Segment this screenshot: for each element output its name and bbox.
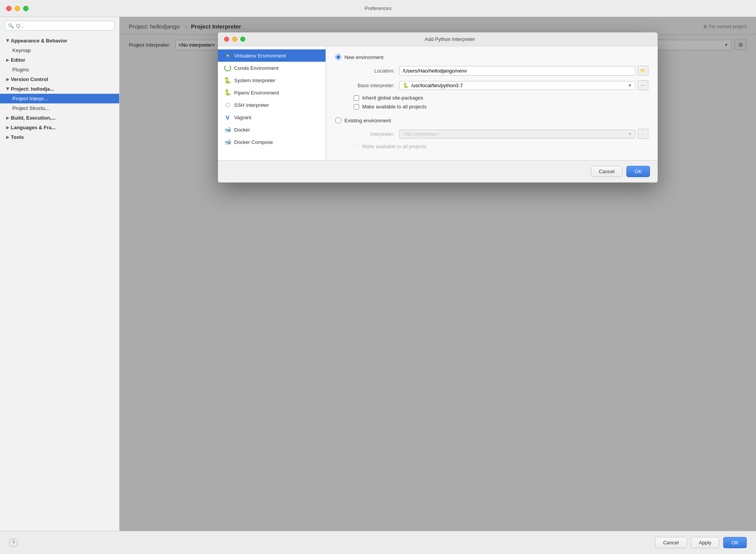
existing-interpreter-wrap: <No interpreter> ▼ <box>399 130 635 138</box>
existing-environment-row: Existing environment <box>335 117 648 123</box>
inherit-packages-checkbox[interactable] <box>354 95 359 101</box>
base-interpreter-row: Base interpreter: 🐍 /usr/local/bin/pytho… <box>344 80 648 90</box>
sidebar-item-label: Tools <box>11 134 24 140</box>
search-input[interactable] <box>16 23 111 29</box>
base-interpreter-input-wrap: 🐍 /usr/local/bin/python3.7 ▼ ··· <box>399 80 648 90</box>
existing-environment-section: Existing environment Interpreter: <box>335 117 648 149</box>
sidebar-item-docker[interactable]: 🐋 Docker <box>218 123 326 136</box>
location-browse-button[interactable]: 📁 <box>638 66 648 76</box>
sidebar-item-label: Project: hellodja... <box>11 86 54 92</box>
sidebar-item-label: Appearance & Behavior <box>11 38 68 44</box>
docker-icon: 🐋 <box>224 126 231 133</box>
docker-compose-icon: 🐋 <box>224 138 231 145</box>
virtualenv-label: Virtualenv Environment <box>234 53 286 59</box>
close-button[interactable] <box>6 6 12 11</box>
maximize-button[interactable] <box>23 6 29 11</box>
inherit-packages-row: Inherit global site-packages <box>354 95 648 101</box>
sidebar-item-version-control[interactable]: ▶ Version Control <box>0 74 119 84</box>
bottom-left: ? <box>9 539 18 547</box>
new-env-form: Location: 📁 Base interpreter: <box>344 66 648 110</box>
bottom-bar: ? Cancel Apply OK <box>0 531 756 554</box>
existing-environment-label: Existing environment <box>344 118 391 123</box>
dialog-cancel-button[interactable]: Cancel <box>591 166 623 177</box>
main-layout: 🔍 ▶ Appearance & Behavior Keymap ▶ Edito… <box>0 17 756 531</box>
sidebar-item-pipenv[interactable]: 🐍 Pipenv Environment <box>218 86 326 99</box>
dialog-close-button[interactable] <box>224 37 229 42</box>
sidebar-item-label: Project Structu... <box>12 105 49 111</box>
dialog-footer: Cancel OK <box>218 160 658 182</box>
expand-arrow-icon: ▶ <box>6 135 9 139</box>
sidebar-item-tools[interactable]: ▶ Tools <box>0 132 119 142</box>
sidebar-item-keymap[interactable]: Keymap <box>0 46 119 55</box>
expand-arrow-icon: ▶ <box>6 77 9 81</box>
sidebar-item-label: Keymap <box>12 47 31 53</box>
sidebar-item-project-structure[interactable]: Project Structu... <box>0 103 119 113</box>
base-interpreter-wrap: 🐍 /usr/local/bin/python3.7 ▼ <box>399 81 635 90</box>
dialog-maximize-button[interactable] <box>240 37 245 42</box>
dialog-body: ★ Virtualenv Environment Conda Environme… <box>218 46 658 160</box>
sidebar-item-label: Editor <box>11 57 25 63</box>
base-interpreter-browse-button[interactable]: ··· <box>638 80 648 90</box>
sidebar-item-project[interactable]: ▶ Project: hellodja... <box>0 84 119 94</box>
existing-interpreter-input-wrap: <No interpreter> ▼ ··· <box>399 129 648 139</box>
system-interpreter-label: System Interpreter <box>234 78 275 83</box>
sidebar-item-plugins[interactable]: Plugins <box>0 65 119 74</box>
existing-interpreter-row: Interpreter: <No interpreter> ▼ <box>344 129 648 139</box>
ok-button[interactable]: OK <box>723 537 747 548</box>
make-available-checkbox[interactable] <box>354 104 359 110</box>
sidebar-item-system-interpreter[interactable]: 🐍 System Interpreter <box>218 74 326 86</box>
content-area: Project: hellodjango › Project Interpret… <box>120 17 756 531</box>
help-button[interactable]: ? <box>9 539 18 547</box>
sidebar-item-languages[interactable]: ▶ Languages & Fra... <box>0 123 119 132</box>
vagrant-icon: V <box>224 114 231 121</box>
sidebar-item-label: Version Control <box>11 76 48 82</box>
existing-environment-radio[interactable] <box>335 117 341 123</box>
sidebar-item-conda[interactable]: Conda Environment <box>218 62 326 74</box>
python-ball-icon: 🐍 <box>403 83 409 88</box>
expand-arrow-icon: ▶ <box>6 116 9 120</box>
new-environment-radio[interactable] <box>335 54 341 60</box>
existing-interpreter-arrow-icon: ▼ <box>628 132 632 136</box>
dialog-ok-button[interactable]: OK <box>626 166 650 177</box>
sidebar-item-appearance-behavior[interactable]: ▶ Appearance & Behavior <box>0 36 119 46</box>
inherit-packages-label: Inherit global site-packages <box>362 95 423 101</box>
apply-button[interactable]: Apply <box>691 537 720 548</box>
sidebar-item-label: Languages & Fra... <box>11 125 56 130</box>
existing-interpreter-label: Interpreter: <box>344 131 395 137</box>
sidebar-item-project-interpreter[interactable]: Project Interpr... <box>0 94 119 103</box>
base-interpreter-arrow-icon: ▼ <box>628 83 632 88</box>
location-input[interactable] <box>399 66 635 76</box>
existing-make-available-checkbox[interactable] <box>354 144 359 149</box>
expand-arrow-icon: ▶ <box>6 39 10 42</box>
dialog-title: Add Python Interpreter <box>248 36 651 42</box>
ssh-icon: ⬡ <box>224 101 231 108</box>
sidebar-item-editor[interactable]: ▶ Editor <box>0 55 119 65</box>
docker-label: Docker <box>234 127 250 133</box>
expand-arrow-icon: ▶ <box>6 58 9 62</box>
sidebar-item-label: Plugins <box>12 67 29 73</box>
sidebar: 🔍 ▶ Appearance & Behavior Keymap ▶ Edito… <box>0 17 120 531</box>
dialog-minimize-button[interactable] <box>232 37 237 42</box>
dialog-content: New environment Location: 📁 <box>326 46 658 160</box>
new-environment-label: New environment <box>344 54 383 60</box>
dialog: Add Python Interpreter ★ Virtualenv Envi… <box>218 32 658 182</box>
base-interpreter-label: Base interpreter: <box>344 83 395 88</box>
existing-interpreter-select[interactable]: <No interpreter> <box>403 131 626 137</box>
dialog-overlay: Add Python Interpreter ★ Virtualenv Envi… <box>120 17 756 531</box>
new-env-checkboxes: Inherit global site-packages Make availa… <box>354 95 648 110</box>
cancel-button[interactable]: Cancel <box>655 537 687 548</box>
existing-interpreter-browse-button[interactable]: ··· <box>638 129 648 139</box>
base-interpreter-select[interactable]: /usr/local/bin/python3.7 <box>411 83 626 88</box>
sidebar-item-build-execution[interactable]: ▶ Build, Execution,... <box>0 113 119 123</box>
sidebar-item-label: Build, Execution,... <box>11 115 56 121</box>
sidebar-item-vagrant[interactable]: V Vagrant <box>218 111 326 123</box>
search-box[interactable]: 🔍 <box>5 21 115 30</box>
sidebar-item-virtualenv[interactable]: ★ Virtualenv Environment <box>218 49 326 62</box>
sidebar-item-ssh-interpreter[interactable]: ⬡ SSH Interpreter <box>218 99 326 111</box>
search-icon: 🔍 <box>8 23 14 29</box>
minimize-button[interactable] <box>15 6 20 11</box>
sidebar-item-docker-compose[interactable]: 🐋 Docker Compose <box>218 136 326 148</box>
sidebar-items: ▶ Appearance & Behavior Keymap ▶ Editor … <box>0 34 119 531</box>
virtualenv-icon: ★ <box>224 52 231 59</box>
sidebar-item-label: Project Interpr... <box>12 96 48 101</box>
